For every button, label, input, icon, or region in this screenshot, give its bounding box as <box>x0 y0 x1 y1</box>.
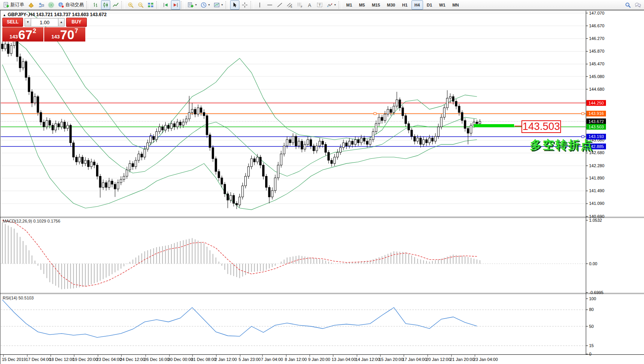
crosshair-button[interactable] <box>240 0 249 10</box>
fibonacci-button[interactable]: F <box>295 0 304 10</box>
svg-text:142.280: 142.280 <box>589 163 604 168</box>
svg-text:26 Dec 16:00: 26 Dec 16:00 <box>144 357 169 362</box>
svg-text:F: F <box>301 5 302 8</box>
horizontal-line-button[interactable] <box>265 0 274 10</box>
chart-shift-button[interactable] <box>171 0 180 10</box>
horizontal-line-icon <box>267 2 273 8</box>
sell-price-base: 143 <box>10 34 18 40</box>
cursor-button[interactable] <box>230 0 239 10</box>
vertical-line-icon <box>257 2 263 8</box>
volume-increase-button[interactable]: ▲ <box>58 18 65 27</box>
svg-text:14 Jan 12:00: 14 Jan 12:00 <box>355 357 380 362</box>
chat-icon <box>635 2 641 8</box>
toolbar-separator <box>156 1 160 9</box>
toolbar-separator <box>339 1 342 9</box>
zoom-in-button[interactable] <box>126 0 135 10</box>
svg-text:145.870: 145.870 <box>589 49 604 53</box>
volume-decrease-button[interactable]: ▼ <box>25 18 31 27</box>
svg-text:31 Dec 08:00: 31 Dec 08:00 <box>191 357 216 362</box>
svg-text:23 Dec 04:00: 23 Dec 04:00 <box>96 357 121 362</box>
tf-m5[interactable]: M5 <box>356 0 368 10</box>
svg-text:21 Jan 20:00: 21 Jan 20:00 <box>450 357 475 362</box>
tf-m30-label: M30 <box>385 3 397 7</box>
one-click-trading-panel: SELL ▼ ▲ BUY 143 67 2 143 70 7 <box>2 18 87 42</box>
autotrading-button[interactable]: 自动交易 <box>56 0 85 10</box>
tf-d1[interactable]: D1 <box>424 0 435 10</box>
price-callout-box[interactable]: 143.503 <box>521 120 561 133</box>
zoom-out-button[interactable] <box>136 0 145 10</box>
periods-clock-icon <box>201 2 207 8</box>
sell-price-display[interactable]: 143 67 2 <box>2 27 43 42</box>
channel-button[interactable]: E <box>285 0 294 10</box>
indicators-button[interactable]: ▾ <box>186 0 198 10</box>
tf-m1[interactable]: M1 <box>343 0 355 10</box>
zoom-in-icon <box>128 2 134 8</box>
zoom-out-icon <box>138 2 144 8</box>
text-button[interactable]: A <box>305 0 314 10</box>
search-icon <box>625 2 631 8</box>
tf-m15[interactable]: M15 <box>369 0 383 10</box>
svg-text:30 Dec 00:00: 30 Dec 00:00 <box>168 357 193 362</box>
svg-text:143.916: 143.916 <box>589 111 604 116</box>
svg-text:20 Jan 12:00: 20 Jan 12:00 <box>426 357 451 362</box>
trendline-icon <box>277 2 283 8</box>
crosshair-icon <box>242 2 248 8</box>
svg-text:7 Jan 04:00: 7 Jan 04:00 <box>261 357 283 362</box>
pivot-highlight-bar[interactable] <box>474 124 514 127</box>
fibonacci-icon: F <box>297 2 303 8</box>
signals-button[interactable] <box>46 0 56 10</box>
turning-point-annotation[interactable]: 多空转折点 <box>530 137 593 153</box>
svg-text:144.250: 144.250 <box>589 101 604 105</box>
buy-price-display[interactable]: 143 70 7 <box>44 27 85 42</box>
svg-text:143.672: 143.672 <box>589 119 604 124</box>
svg-text:1.0532: 1.0532 <box>589 218 602 223</box>
metaeditor-button[interactable] <box>27 0 36 10</box>
chat-button[interactable] <box>633 0 642 10</box>
buy-button[interactable]: BUY <box>66 18 87 27</box>
volume-input[interactable] <box>31 18 58 27</box>
templates-button[interactable]: ▾ <box>212 0 224 10</box>
svg-text:9 Jan 20:00: 9 Jan 20:00 <box>308 357 330 362</box>
svg-text:5 Jan 23:00: 5 Jan 23:00 <box>239 357 261 362</box>
tf-mn[interactable]: MN <box>449 0 462 10</box>
arrows-icon <box>327 2 333 8</box>
price-chart-svg[interactable]: 147.070146.670146.270145.870145.470145.0… <box>0 10 644 364</box>
trendline-button[interactable] <box>275 0 284 10</box>
arrows-button[interactable]: ▾ <box>325 0 337 10</box>
sell-button[interactable]: SELL <box>2 18 23 27</box>
candlestick-chart-button[interactable] <box>101 0 110 10</box>
tf-h4[interactable]: H4 <box>412 0 423 10</box>
auto-scroll-button[interactable] <box>161 0 170 10</box>
tile-windows-button[interactable] <box>146 0 155 10</box>
svg-text:E: E <box>290 5 292 8</box>
toolbar-separator <box>251 1 254 9</box>
toolbar-separator <box>226 1 229 9</box>
svg-text:141.090: 141.090 <box>589 201 604 206</box>
svg-text:145.470: 145.470 <box>589 61 604 66</box>
tf-m30[interactable]: M30 <box>384 0 398 10</box>
tile-windows-icon <box>148 2 154 8</box>
macd-title: MACD(12,26,9) <box>3 219 32 223</box>
line-chart-button[interactable] <box>111 0 120 10</box>
autotrading-icon <box>58 2 64 8</box>
label-button[interactable]: T <box>315 0 324 10</box>
periods-button[interactable]: ▾ <box>199 0 211 10</box>
sell-price-pip: 2 <box>33 28 36 35</box>
trade-panel-prices: 143 67 2 143 70 7 <box>2 27 87 42</box>
tf-w1-label: W1 <box>438 3 447 7</box>
new-order-button[interactable]: 新订单 <box>2 0 26 10</box>
svg-text:0.00: 0.00 <box>589 261 597 266</box>
vertical-line-button[interactable] <box>255 0 264 10</box>
search-button[interactable] <box>623 0 632 10</box>
tf-w1[interactable]: W1 <box>436 0 449 10</box>
collapse-icon[interactable]: ▲ <box>3 13 6 17</box>
tf-h1[interactable]: H1 <box>399 0 410 10</box>
bar-chart-button[interactable] <box>91 0 100 10</box>
chevron-down-icon: ▼ <box>27 20 30 24</box>
chart-window[interactable]: 147.070146.670146.270145.870145.470145.0… <box>0 10 644 364</box>
profile-button[interactable] <box>37 0 46 10</box>
svg-text:T: T <box>319 3 321 7</box>
svg-text:143.503: 143.503 <box>589 125 604 129</box>
svg-text:0: 0 <box>589 352 591 356</box>
svg-text:50: 50 <box>589 324 594 329</box>
